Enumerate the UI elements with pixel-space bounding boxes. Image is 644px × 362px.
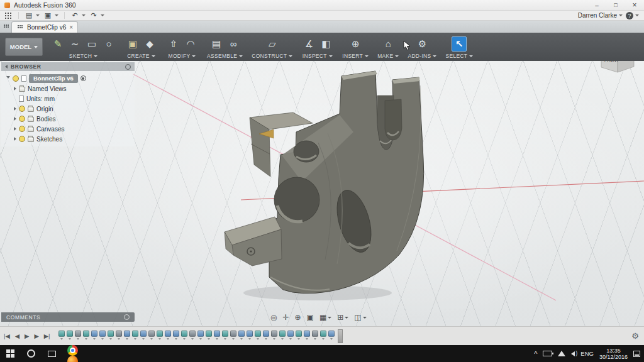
browser-root-item[interactable]: BonnetClip v6 (1, 73, 135, 84)
start-button[interactable] (0, 345, 21, 362)
timeline-feature-icon[interactable] (58, 331, 65, 341)
new-component-icon[interactable] (209, 36, 224, 52)
toolbar-group-label[interactable]: CONSTRUCT (252, 53, 292, 59)
browser-item-units-mm[interactable]: Units: mm (1, 94, 135, 104)
bulb-icon[interactable] (19, 126, 25, 132)
plane-icon[interactable] (262, 36, 283, 52)
browser-item-bodies[interactable]: Bodies (1, 114, 135, 124)
timeline-feature-icon[interactable] (221, 331, 229, 341)
speaker-icon[interactable] (571, 351, 575, 356)
select-icon[interactable] (452, 36, 467, 52)
browser-item-canvases[interactable]: Canvases (1, 124, 135, 134)
toolbar-group-label[interactable]: ADD-INS (408, 53, 436, 59)
timeline-feature-icon[interactable] (164, 331, 172, 341)
timeline-feature-icon[interactable] (189, 331, 196, 341)
step-forward-icon[interactable] (34, 332, 38, 339)
timeline-feature-icon[interactable] (197, 331, 204, 341)
fillet-icon[interactable] (183, 36, 198, 52)
timeline-feature-icon[interactable] (115, 331, 123, 341)
expand-arrow-icon[interactable] (14, 127, 16, 131)
timeline-feature-icon[interactable] (238, 331, 245, 341)
spline-icon[interactable] (67, 36, 82, 52)
timeline-feature-icon[interactable] (131, 331, 139, 341)
clock[interactable]: 13:35 30/12/2016 (599, 348, 628, 360)
press-pull-icon[interactable] (166, 36, 181, 52)
battery-icon[interactable] (543, 351, 552, 356)
taskbar-app-firefox[interactable] (62, 356, 83, 362)
comments-bar[interactable]: COMMENTS (1, 312, 135, 322)
browser-item-named-views[interactable]: Named Views (1, 84, 135, 94)
app-launcher-icon[interactable] (4, 12, 13, 19)
measure-icon[interactable] (301, 36, 316, 52)
timeline-feature-icon[interactable] (287, 331, 294, 341)
expand-arrow-icon[interactable] (14, 137, 16, 141)
grid-settings-icon[interactable] (337, 313, 348, 322)
timeline-feature-icon[interactable] (279, 331, 286, 341)
activate-radio-icon[interactable] (80, 75, 86, 81)
toolbar-group-label[interactable]: MAKE (377, 53, 399, 59)
toolbar-group-label[interactable]: INSPECT (303, 53, 333, 59)
toolbar-group-label[interactable]: INSERT (342, 53, 369, 59)
add-ins-icon[interactable] (414, 36, 430, 52)
browser-header[interactable]: BROWSER (1, 62, 135, 71)
bulb-icon[interactable] (19, 136, 25, 142)
expand-arrow-icon[interactable] (14, 87, 16, 90)
taskbar-app-chrome[interactable] (62, 345, 83, 356)
bulb-icon[interactable] (13, 75, 19, 82)
timeline-feature-icon[interactable] (107, 331, 114, 341)
chevron-down-icon[interactable] (101, 14, 104, 16)
timeline-feature-icon[interactable] (328, 331, 335, 341)
chevron-down-icon[interactable] (635, 14, 639, 16)
collapse-arrow-icon[interactable] (6, 76, 10, 80)
insert-icon[interactable] (348, 36, 363, 52)
display-settings-icon[interactable] (319, 313, 331, 322)
cortana-search-button[interactable] (21, 345, 42, 362)
timeline-feature-icon[interactable] (254, 331, 262, 341)
timeline-feature-icon[interactable] (319, 331, 327, 341)
browser-item-sketches[interactable]: Sketches (1, 134, 135, 144)
timeline-feature-icon[interactable] (74, 331, 82, 341)
timeline-feature-icon[interactable] (148, 331, 155, 341)
skip-to-start-icon[interactable] (4, 332, 10, 339)
timeline-feature-icon[interactable] (213, 331, 221, 341)
redo-icon[interactable] (89, 12, 98, 19)
joint-icon[interactable] (226, 36, 241, 52)
timeline-feature-icon[interactable] (311, 331, 319, 341)
section-analysis-icon[interactable] (318, 36, 333, 52)
action-center-icon[interactable] (633, 351, 640, 357)
browser-item-origin[interactable]: Origin (1, 104, 135, 114)
make-icon[interactable] (380, 36, 396, 52)
task-view-button[interactable] (42, 345, 62, 362)
orbit-icon[interactable] (270, 313, 277, 322)
workspace-switcher[interactable]: MODEL (5, 38, 43, 56)
skip-to-end-icon[interactable] (44, 332, 50, 339)
timeline-feature-icon[interactable] (295, 331, 303, 341)
circle-icon[interactable] (101, 36, 116, 52)
step-back-icon[interactable] (15, 332, 19, 339)
panel-toggle-icon[interactable] (125, 64, 131, 70)
help-icon[interactable]: ? (626, 12, 633, 19)
expand-arrow-icon[interactable] (14, 117, 16, 121)
box-icon[interactable] (125, 36, 140, 52)
toolbar-group-label[interactable]: SELECT (445, 53, 473, 59)
expand-arrow-icon[interactable] (14, 107, 16, 111)
timeline-feature-icon[interactable] (123, 331, 131, 341)
primitive-icon[interactable] (142, 36, 157, 52)
toolbar-group-label[interactable]: CREATE (127, 53, 155, 59)
timeline-feature-icon[interactable] (66, 331, 74, 341)
timeline-feature-icon[interactable] (230, 331, 237, 341)
timeline-feature-icon[interactable] (82, 331, 90, 341)
toolbar-group-label[interactable]: ASSEMBLE (207, 53, 243, 59)
save-icon[interactable] (43, 12, 52, 19)
toolbar-group-label[interactable]: MODIFY (169, 53, 196, 59)
chevron-down-icon[interactable] (55, 14, 58, 16)
timeline-feature-icon[interactable] (140, 331, 147, 341)
timeline-feature-icon[interactable] (205, 331, 213, 341)
bulb-icon[interactable] (19, 106, 25, 112)
language-indicator[interactable]: ENG (580, 350, 594, 357)
rectangle-icon[interactable] (84, 36, 99, 52)
chevron-down-icon[interactable] (619, 14, 623, 16)
play-icon[interactable] (25, 332, 29, 339)
comments-toggle-icon[interactable] (124, 314, 130, 320)
tray-expand-icon[interactable] (534, 350, 537, 358)
